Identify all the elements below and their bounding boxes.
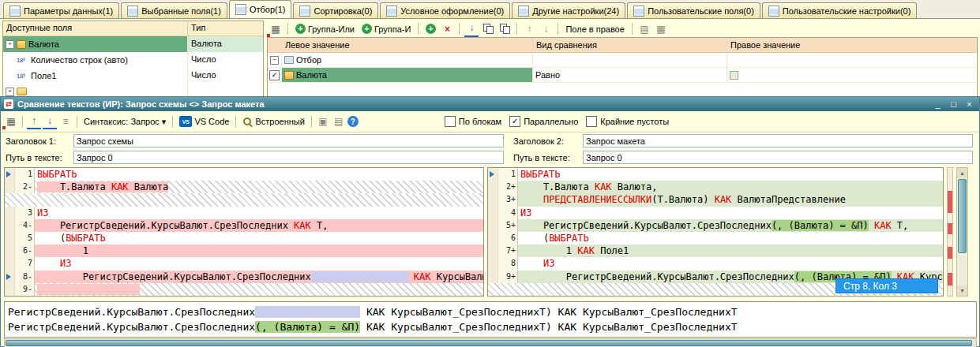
group-or-button[interactable]: +Группа-Или (293, 21, 357, 36)
checkbox-box[interactable]: ✓ (509, 116, 520, 127)
diff-map-mark (948, 247, 952, 259)
field-to-right-button[interactable]: Поле в правое (563, 21, 626, 36)
line-number: 1 (15, 168, 35, 181)
tab-5[interactable]: Другие настройки(24) (512, 2, 625, 18)
expander-icon[interactable]: + (6, 40, 14, 49)
line-number: 8- (15, 271, 35, 283)
load-left-icon[interactable]: ↑ (27, 114, 41, 129)
diff-line: 6 (ВЫБРАТЬ (488, 232, 943, 244)
filter-group-row[interactable]: − Отбор (268, 53, 977, 68)
diff-line: 8- РегистрСведений.КурсыВалют.СрезПослед… (5, 271, 483, 283)
load-right-icon[interactable]: ↓ (43, 114, 57, 129)
header2-input[interactable] (583, 134, 973, 147)
move-down-button[interactable]: ↓ (539, 22, 553, 36)
field-to-right-label: Поле в правое (565, 24, 624, 34)
checkbox-box[interactable] (445, 116, 456, 127)
column-header: Вид сравнения (533, 38, 727, 52)
add-icon: + (362, 24, 372, 34)
copy-button[interactable] (481, 22, 495, 36)
path1-input[interactable] (73, 151, 504, 164)
scroll-up-arrow[interactable]: ▲ (957, 168, 967, 178)
tree-view-icon[interactable]: ▤ (332, 114, 346, 129)
separator (516, 23, 517, 35)
paths-row: Путь в тексте: Путь в тексте: (1, 149, 979, 166)
value-icon (730, 71, 738, 80)
comparison-value: Равно (533, 68, 727, 82)
scroll-down-arrow[interactable]: ▼ (957, 285, 967, 296)
filter-row[interactable]: ✓ВалютаРавно (268, 68, 977, 83)
line-number: 3+ (498, 193, 518, 206)
use-checkbox[interactable]: ✓ (269, 70, 280, 80)
collapse-icon[interactable]: − (270, 56, 279, 65)
path2-label: Путь в тексте: (504, 153, 583, 162)
diff-line: 4ИЗ (488, 207, 943, 219)
compare-settings-icon[interactable]: ▦ (4, 114, 18, 129)
delete-row-button[interactable]: × (440, 22, 454, 36)
new-window-icon[interactable]: ▣ (316, 114, 330, 129)
syntax-dropdown[interactable]: Синтаксис: Запрос▾ (81, 114, 168, 129)
group-row-label: Отбор (296, 55, 321, 65)
tab-7[interactable]: Пользовательские настройки(0) (762, 2, 918, 18)
minimize-button[interactable]: _ (931, 98, 944, 110)
diff-line: 2- Т.Валюта КАК Валюта (5, 181, 483, 193)
horizontal-scrollbar[interactable] (4, 338, 977, 347)
field-row[interactable]: +ВалютаВалюта (3, 36, 263, 52)
field-row[interactable]: + (3, 84, 263, 97)
tab-1[interactable]: Выбранные поля(1) (121, 2, 227, 18)
header1-input[interactable] (73, 134, 504, 147)
diff-map[interactable] (947, 167, 953, 297)
tab-bar: Параметры данных(1)Выбранные поля(1)Отбо… (0, 0, 980, 18)
vscode-button[interactable]: VSVS Code (177, 114, 231, 129)
field-row[interactable]: 18³Количество строк (авто)Число (3, 52, 263, 68)
field-type: Число (187, 52, 263, 68)
tab-4[interactable]: Условное оформление(0) (380, 2, 510, 18)
vertical-scrollbar[interactable]: ▲ ▼ (956, 167, 968, 297)
embedded-button[interactable]: Встроенный (240, 114, 306, 129)
option-checkbox-2[interactable]: Крайние пустоты (586, 116, 669, 127)
folder-icon (17, 88, 27, 95)
left-diff-pane[interactable]: 1ВЫБРАТЬ2- Т.Валюта КАК Валюта3ИЗ4- Реги… (4, 167, 484, 297)
list-view-icon[interactable]: ▤ (637, 22, 651, 36)
list-icon[interactable]: ≡ (58, 114, 73, 129)
result-line: РегистрСведений.КурсыВалют.СрезПоследних… (8, 304, 973, 319)
left-value: Валюта (296, 70, 327, 80)
option-checkbox-1[interactable]: ✓Параллельно (509, 116, 578, 127)
available-fields-list[interactable]: +ВалютаВалюта18³Количество строк (авто)Ч… (3, 36, 263, 97)
tab-2[interactable]: Отбор(1) (229, 0, 292, 18)
filter-settings-icon[interactable]: ▦ (268, 22, 283, 36)
filter-panel: ▦ +Группа-Или +Группа-И + × ↓ ↑ ↓ Поле в… (267, 21, 978, 97)
diff-line: 9- (5, 283, 483, 296)
diff-line: 3ИЗ (5, 207, 483, 219)
checkbox-label: Крайние пустоты (600, 117, 669, 126)
line-number: 7 (15, 257, 35, 270)
tab-6[interactable]: Пользовательские поля(0) (627, 2, 760, 18)
checkbox-box[interactable] (586, 116, 597, 127)
move-down-bar-icon[interactable]: ↓ (464, 21, 479, 37)
field-row[interactable]: 18³Поле1Число (3, 68, 263, 84)
tab-label: Отбор(1) (250, 5, 286, 14)
result-line: РегистрСведений.КурсыВалют.СрезПоследних… (8, 319, 973, 334)
maximize-button[interactable]: □ (947, 98, 960, 110)
copy-special-button[interactable] (498, 22, 512, 36)
tab-icon (386, 6, 397, 17)
add-icon: + (295, 24, 306, 34)
scrollbar-thumb[interactable] (958, 179, 967, 253)
grid-view-icon[interactable]: ▦ (654, 22, 668, 36)
help-icon[interactable]: ? (347, 116, 359, 127)
available-fields-header: Доступные поля Тип (3, 21, 263, 36)
line-number: 9+ (498, 271, 518, 283)
tab-3[interactable]: Сортировка(0) (293, 2, 378, 18)
expander-icon[interactable]: + (6, 88, 14, 96)
option-checkbox-0[interactable]: По блокам (445, 116, 501, 127)
path2-input[interactable] (583, 151, 973, 164)
scrollbar-thumb[interactable] (6, 340, 972, 346)
close-button[interactable]: × (963, 98, 976, 110)
filter-rows: ✓ВалютаРавно (268, 68, 977, 83)
dialog-titlebar[interactable]: ⇄ Сравнение текстов (ИР): Запрос схемы <… (1, 97, 979, 111)
add-row-button[interactable]: + (423, 22, 437, 36)
group-and-button[interactable]: +Группа-И (359, 21, 413, 36)
move-up-button[interactable]: ↑ (522, 22, 536, 36)
diff-line: 1ВЫБРАТЬ (488, 168, 943, 181)
right-diff-pane[interactable]: 1ВЫБРАТЬ2+ Т.Валюта КАК Валюта,3+ ПРЕДСТ… (487, 167, 944, 297)
tab-0[interactable]: Параметры данных(1) (3, 2, 119, 18)
